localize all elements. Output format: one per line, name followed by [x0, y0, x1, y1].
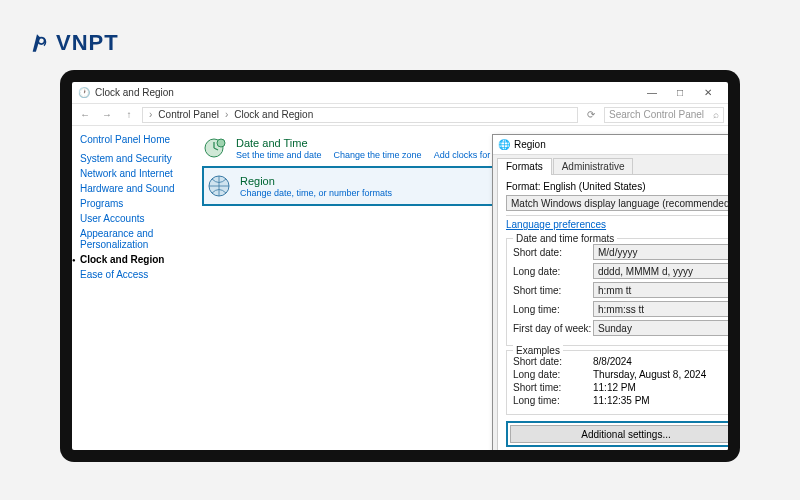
language-preferences-link[interactable]: Language preferences — [506, 219, 606, 230]
close-button[interactable]: ✕ — [694, 83, 722, 103]
group-examples: Examples Short date:8/8/2024 Long date:T… — [506, 350, 728, 415]
ex-short-time-label: Short time: — [513, 382, 593, 393]
group-formats-label: Date and time formats — [513, 233, 617, 244]
sidebar: Control Panel Home System and Security N… — [72, 126, 192, 450]
brand-logo-icon — [24, 30, 50, 56]
maximize-button[interactable]: □ — [666, 83, 694, 103]
globe-small-icon: 🌐 — [498, 139, 510, 150]
breadcrumb-root[interactable]: Control Panel — [158, 109, 219, 120]
sidebar-item-appearance[interactable]: Appearance and Personalization — [80, 228, 184, 250]
ex-short-date-label: Short date: — [513, 356, 593, 367]
region-dialog: 🌐Region ✕ Formats Administrative Format:… — [492, 134, 728, 450]
clock-large-icon — [202, 135, 228, 161]
breadcrumb[interactable]: › Control Panel › Clock and Region — [142, 107, 578, 123]
link-change-formats[interactable]: Change date, time, or number formats — [240, 188, 392, 198]
brand-name: VNPT — [56, 30, 119, 56]
additional-settings-highlight: Additional settings... — [506, 421, 728, 447]
tab-formats[interactable]: Formats — [497, 158, 552, 175]
sidebar-item-ease[interactable]: Ease of Access — [80, 269, 184, 280]
address-bar-row: ← → ↑ › Control Panel › Clock and Region… — [72, 104, 728, 126]
sidebar-item-system[interactable]: System and Security — [80, 153, 184, 164]
sidebar-item-clock-region[interactable]: Clock and Region — [80, 254, 184, 265]
short-date-label: Short date: — [513, 247, 593, 258]
first-day-label: First day of week: — [513, 323, 593, 334]
brand-logo: VNPT — [24, 30, 119, 56]
short-time-select[interactable]: h:mm tt▾ — [593, 282, 728, 298]
main-pane: Date and Time Set the time and date Chan… — [192, 126, 728, 450]
forward-button[interactable]: → — [98, 106, 116, 124]
globe-icon — [206, 173, 232, 199]
format-select[interactable]: Match Windows display language (recommen… — [506, 195, 728, 211]
sidebar-item-users[interactable]: User Accounts — [80, 213, 184, 224]
sidebar-item-hardware[interactable]: Hardware and Sound — [80, 183, 184, 194]
category-region-title[interactable]: Region — [240, 175, 392, 187]
long-date-select[interactable]: dddd, MMMM d, yyyy▾ — [593, 263, 728, 279]
tab-administrative[interactable]: Administrative — [553, 158, 634, 175]
long-time-select[interactable]: h:mm:ss tt▾ — [593, 301, 728, 317]
back-button[interactable]: ← — [76, 106, 94, 124]
ex-long-time-value: 11:12:35 PM — [593, 395, 650, 406]
short-time-label: Short time: — [513, 285, 593, 296]
window-title: Clock and Region — [95, 87, 174, 98]
search-placeholder: Search Control Panel — [609, 109, 710, 120]
sidebar-item-programs[interactable]: Programs — [80, 198, 184, 209]
group-examples-label: Examples — [513, 345, 563, 356]
additional-settings-button[interactable]: Additional settings... — [510, 425, 728, 443]
window-titlebar: 🕐 Clock and Region ― □ ✕ — [72, 82, 728, 104]
ex-long-date-label: Long date: — [513, 369, 593, 380]
dialog-title: Region — [514, 139, 546, 150]
clock-icon: 🕐 — [78, 87, 90, 98]
link-change-tz[interactable]: Change the time zone — [334, 150, 422, 160]
ex-long-date-value: Thursday, August 8, 2024 — [593, 369, 706, 380]
search-icon: ⌕ — [713, 109, 719, 120]
link-set-time[interactable]: Set the time and date — [236, 150, 322, 160]
group-date-time-formats: Date and time formats Short date:M/d/yyy… — [506, 238, 728, 346]
ex-long-time-label: Long time: — [513, 395, 593, 406]
format-label: Format: English (United States) — [506, 181, 728, 192]
device-frame: 🕐 Clock and Region ― □ ✕ ← → ↑ › Control… — [60, 70, 740, 462]
long-time-label: Long time: — [513, 304, 593, 315]
minimize-button[interactable]: ― — [638, 83, 666, 103]
sidebar-item-network[interactable]: Network and Internet — [80, 168, 184, 179]
ex-short-time-value: 11:12 PM — [593, 382, 636, 393]
long-date-label: Long date: — [513, 266, 593, 277]
svg-point-2 — [217, 139, 225, 147]
ex-short-date-value: 8/8/2024 — [593, 356, 632, 367]
search-input[interactable]: Search Control Panel ⌕ — [604, 107, 724, 123]
short-date-select[interactable]: M/d/yyyy▾ — [593, 244, 728, 260]
refresh-button[interactable]: ⟳ — [582, 106, 600, 124]
sidebar-home[interactable]: Control Panel Home — [80, 134, 184, 145]
up-button[interactable]: ↑ — [120, 106, 138, 124]
first-day-select[interactable]: Sunday▾ — [593, 320, 728, 336]
breadcrumb-leaf[interactable]: Clock and Region — [234, 109, 313, 120]
format-select-value: Match Windows display language (recommen… — [511, 198, 728, 209]
